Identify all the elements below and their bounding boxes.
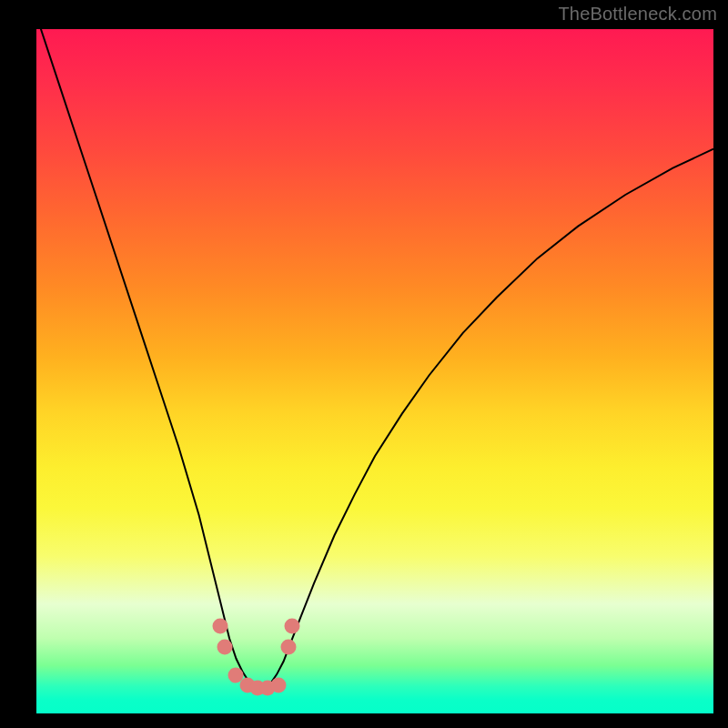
chart-plot-area xyxy=(36,29,713,713)
marker-layer xyxy=(36,29,713,713)
data-marker xyxy=(217,640,232,655)
data-marker xyxy=(280,640,296,655)
data-marker xyxy=(213,618,228,633)
watermark-text: TheBottleneck.com xyxy=(558,4,717,25)
data-marker xyxy=(285,618,300,633)
data-marker xyxy=(270,678,286,693)
